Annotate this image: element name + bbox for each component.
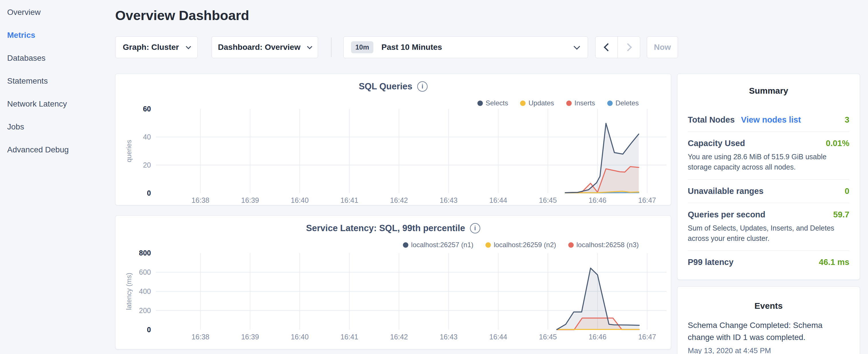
now-button[interactable]: Now xyxy=(647,36,678,58)
summary-row-capacity-used: Capacity Used0.01%You are using 28.6 MiB… xyxy=(688,131,849,179)
summary-row-queries-per-second: Queries per second59.7Sum of Selects, Up… xyxy=(688,203,849,251)
summary-panel: Summary Total NodesView nodes list3Capac… xyxy=(677,74,860,280)
svg-text:16:41: 16:41 xyxy=(340,333,358,341)
sidebar: OverviewMetricsDatabasesStatementsNetwor… xyxy=(0,0,115,354)
chart-grid xyxy=(156,109,666,193)
summary-row-label: Total Nodes xyxy=(688,115,735,125)
y-axis-unit-label: queries xyxy=(125,140,133,162)
svg-text:16:38: 16:38 xyxy=(191,196,209,204)
svg-text:16:39: 16:39 xyxy=(241,333,259,341)
dashboard-dropdown[interactable]: Dashboard: Overview xyxy=(212,36,318,58)
summary-row-value: 59.7 xyxy=(833,210,849,219)
summary-row-label: Unavailable ranges xyxy=(688,187,764,196)
summary-row-description: You are using 28.6 MiB of 515.9 GiB usab… xyxy=(688,152,849,172)
toolbar-divider xyxy=(331,37,332,57)
service-latency-chart-card: Service Latency: SQL, 99th percentile i … xyxy=(115,215,671,349)
events-panel: Events Schema Change Completed: Schema c… xyxy=(677,286,860,354)
sidebar-item-network-latency[interactable]: Network Latency xyxy=(7,99,115,122)
summary-row-p99-latency: P99 latency46.1 ms xyxy=(688,250,849,274)
svg-text:16:45: 16:45 xyxy=(539,196,557,204)
sidebar-item-advanced-debug[interactable]: Advanced Debug xyxy=(7,145,115,168)
sql-queries-chart-card: SQL Queries i SelectsUpdatesInsertsDelet… xyxy=(115,74,671,205)
svg-text:16:46: 16:46 xyxy=(589,333,607,341)
sidebar-item-overview[interactable]: Overview xyxy=(7,7,115,30)
svg-text:16:42: 16:42 xyxy=(390,333,408,341)
summary-row-unavailable-ranges: Unavailable ranges0 xyxy=(688,179,849,203)
events-title: Events xyxy=(688,301,849,311)
chevron-down-icon xyxy=(186,44,191,49)
event-item: Schema Change Completed: Schema change w… xyxy=(688,319,849,354)
summary-row-value: 0.01% xyxy=(826,139,849,148)
event-message: Schema Change Completed: Schema change w… xyxy=(688,319,849,344)
svg-text:16:46: 16:46 xyxy=(589,196,607,204)
sidebar-item-jobs[interactable]: Jobs xyxy=(7,122,115,145)
y-axis-labels: 0204060 xyxy=(143,105,151,197)
svg-text:16:43: 16:43 xyxy=(440,333,457,341)
svg-text:16:40: 16:40 xyxy=(291,196,309,204)
svg-text:16:47: 16:47 xyxy=(638,196,656,204)
svg-text:16:44: 16:44 xyxy=(490,196,507,204)
graph-dropdown-label: Graph: Cluster xyxy=(123,43,179,52)
sidebar-item-statements[interactable]: Statements xyxy=(7,76,115,99)
svg-text:16:39: 16:39 xyxy=(241,196,259,204)
y-axis-unit-label: latency (ms) xyxy=(125,273,133,310)
svg-text:16:38: 16:38 xyxy=(191,333,209,341)
chevron-left-icon xyxy=(603,43,612,51)
x-axis-labels: 16:3816:3916:4016:4116:4216:4316:4416:45… xyxy=(191,196,656,204)
summary-row-total-nodes: Total NodesView nodes list3 xyxy=(688,108,849,131)
svg-text:16:41: 16:41 xyxy=(340,196,358,204)
svg-text:600: 600 xyxy=(139,268,151,276)
svg-text:16:42: 16:42 xyxy=(390,196,408,204)
svg-text:16:45: 16:45 xyxy=(539,333,557,341)
summary-row-label: P99 latency xyxy=(688,257,734,267)
svg-text:400: 400 xyxy=(139,287,151,295)
chevron-right-icon xyxy=(624,43,631,51)
page-title: Overview Dashboard xyxy=(115,7,249,23)
svg-text:16:44: 16:44 xyxy=(490,333,507,341)
svg-text:16:47: 16:47 xyxy=(638,333,656,341)
graph-dropdown[interactable]: Graph: Cluster xyxy=(115,36,198,58)
summary-row-value: 3 xyxy=(845,115,849,125)
sql-queries-chart[interactable]: 16:3816:3916:4016:4116:4216:4316:4416:45… xyxy=(116,74,671,205)
summary-row-value: 0 xyxy=(845,187,849,196)
summary-row-label: Queries per second xyxy=(688,210,766,219)
time-window-prev-button[interactable] xyxy=(595,37,618,58)
svg-text:0: 0 xyxy=(147,326,151,334)
chevron-down-icon xyxy=(574,43,580,50)
event-timestamp: May 13, 2020 at 4:45 PM xyxy=(688,346,849,354)
time-range-badge: 10m xyxy=(351,41,373,53)
time-window-next-button[interactable] xyxy=(618,37,640,58)
svg-text:16:40: 16:40 xyxy=(291,333,309,341)
time-range-selector[interactable]: 10m Past 10 Minutes xyxy=(343,36,588,58)
sidebar-item-databases[interactable]: Databases xyxy=(7,53,115,76)
chevron-down-icon xyxy=(307,44,312,49)
summary-title: Summary xyxy=(688,86,849,96)
dashboard-dropdown-label: Dashboard: Overview xyxy=(218,43,301,52)
summary-row-value: 46.1 ms xyxy=(819,257,849,267)
svg-text:16:43: 16:43 xyxy=(440,196,457,204)
svg-text:60: 60 xyxy=(143,105,151,113)
svg-text:0: 0 xyxy=(147,189,151,197)
time-range-label: Past 10 Minutes xyxy=(381,43,442,52)
service-latency-chart[interactable]: 16:3816:3916:4016:4116:4216:4316:4416:45… xyxy=(116,216,671,349)
time-window-nav xyxy=(595,36,640,58)
x-axis-labels: 16:3816:3916:4016:4116:4216:4316:4416:45… xyxy=(191,333,656,341)
svg-text:40: 40 xyxy=(143,133,151,141)
svg-text:20: 20 xyxy=(143,161,151,169)
view-nodes-list-link[interactable]: View nodes list xyxy=(741,115,801,125)
svg-text:800: 800 xyxy=(139,249,151,257)
y-axis-labels: 0200400600800 xyxy=(139,249,151,334)
sidebar-item-metrics[interactable]: Metrics xyxy=(7,30,115,53)
now-button-label: Now xyxy=(654,43,671,52)
summary-row-description: Sum of Selects, Updates, Inserts, and De… xyxy=(688,223,849,244)
svg-text:200: 200 xyxy=(139,307,151,315)
summary-row-label: Capacity Used xyxy=(688,139,745,148)
